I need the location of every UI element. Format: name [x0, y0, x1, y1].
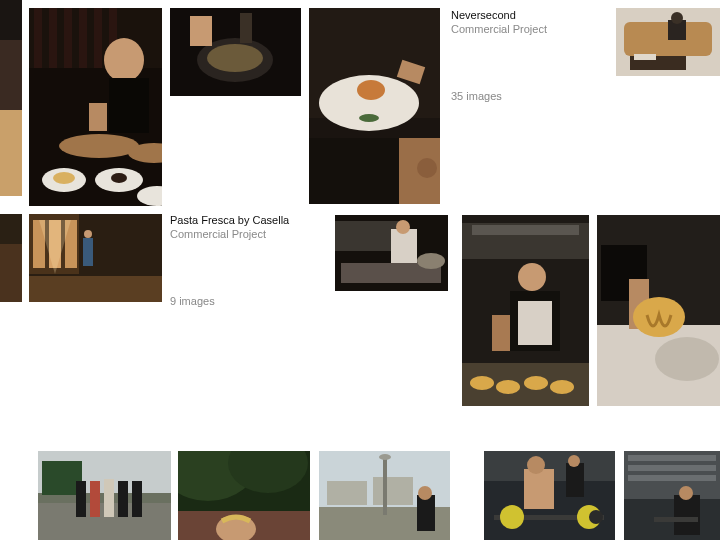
gallery-thumb[interactable] — [462, 215, 589, 406]
project-caption-neversecond[interactable]: Neversecond Commercial Project 35 images — [451, 8, 601, 103]
project-image-count: 9 images — [170, 294, 330, 308]
svg-rect-60 — [472, 225, 579, 235]
svg-point-72 — [655, 337, 719, 381]
svg-rect-63 — [518, 301, 552, 345]
svg-point-29 — [357, 80, 385, 100]
project-title: Pasta Fresca by Casella — [170, 213, 330, 227]
svg-rect-7 — [64, 8, 72, 68]
svg-rect-110 — [628, 455, 716, 461]
svg-rect-64 — [492, 315, 510, 351]
svg-rect-83 — [118, 481, 128, 517]
svg-point-68 — [524, 376, 548, 390]
svg-point-57 — [417, 253, 445, 269]
svg-point-38 — [671, 12, 683, 24]
svg-point-105 — [500, 505, 524, 529]
svg-rect-92 — [327, 481, 367, 505]
svg-rect-84 — [132, 481, 142, 517]
svg-rect-54 — [391, 229, 417, 265]
gallery-thumb[interactable] — [38, 451, 171, 540]
svg-point-114 — [679, 486, 693, 500]
svg-rect-24 — [190, 16, 212, 46]
svg-point-55 — [396, 220, 410, 234]
svg-point-33 — [417, 158, 437, 178]
svg-rect-6 — [49, 8, 57, 68]
svg-point-66 — [470, 376, 494, 390]
svg-point-107 — [589, 510, 603, 524]
svg-rect-8 — [79, 8, 87, 68]
svg-rect-1 — [0, 40, 22, 110]
svg-rect-2 — [0, 110, 22, 196]
svg-rect-40 — [634, 54, 656, 60]
svg-rect-96 — [417, 495, 435, 531]
svg-point-19 — [111, 173, 127, 183]
svg-rect-82 — [104, 479, 114, 517]
svg-rect-94 — [383, 455, 387, 515]
gallery-thumb[interactable] — [309, 8, 440, 204]
svg-point-11 — [104, 38, 144, 82]
svg-rect-93 — [373, 477, 413, 505]
svg-rect-25 — [240, 13, 252, 43]
project-title: Neversecond — [451, 8, 601, 22]
svg-point-95 — [379, 454, 391, 460]
svg-rect-102 — [566, 463, 584, 497]
svg-rect-42 — [0, 244, 22, 302]
svg-point-67 — [496, 380, 520, 394]
svg-rect-112 — [628, 475, 716, 481]
gallery-thumb[interactable] — [170, 8, 301, 96]
project-image-count: 35 images — [451, 89, 601, 103]
svg-rect-111 — [628, 465, 716, 471]
svg-point-14 — [59, 134, 139, 158]
gallery-thumb[interactable] — [624, 451, 720, 540]
gallery-thumb[interactable] — [29, 8, 162, 206]
project-caption-pasta-fresca[interactable]: Pasta Fresca by Casella Commercial Proje… — [170, 213, 330, 308]
gallery-thumb[interactable] — [178, 451, 310, 540]
svg-point-50 — [84, 230, 92, 238]
svg-point-101 — [527, 456, 545, 474]
svg-point-30 — [359, 114, 379, 122]
gallery-thumb[interactable] — [597, 215, 720, 406]
svg-rect-115 — [654, 517, 698, 522]
svg-rect-113 — [674, 495, 700, 535]
svg-rect-80 — [76, 481, 86, 517]
svg-rect-13 — [89, 103, 107, 131]
project-subtitle: Commercial Project — [170, 227, 330, 241]
svg-rect-81 — [90, 481, 100, 517]
gallery-thumb[interactable] — [319, 451, 450, 540]
svg-rect-34 — [309, 138, 399, 204]
svg-rect-100 — [524, 469, 554, 509]
svg-rect-5 — [34, 8, 42, 68]
project-subtitle: Commercial Project — [451, 22, 601, 36]
svg-point-17 — [53, 172, 75, 184]
gallery-grid: Neversecond Commercial Project 35 images — [0, 0, 720, 540]
svg-point-61 — [518, 263, 546, 291]
gallery-thumb[interactable] — [484, 451, 615, 540]
gallery-thumb[interactable] — [0, 0, 22, 196]
svg-point-97 — [418, 486, 432, 500]
gallery-thumb[interactable] — [616, 8, 720, 76]
svg-rect-49 — [83, 238, 93, 266]
svg-rect-51 — [29, 276, 162, 302]
gallery-thumb[interactable] — [335, 215, 448, 291]
svg-rect-12 — [109, 78, 149, 133]
gallery-thumb[interactable] — [29, 214, 162, 302]
svg-point-23 — [207, 44, 263, 72]
svg-rect-9 — [94, 8, 102, 68]
svg-point-103 — [568, 455, 580, 467]
gallery-thumb[interactable] — [0, 214, 22, 302]
svg-point-69 — [550, 380, 574, 394]
